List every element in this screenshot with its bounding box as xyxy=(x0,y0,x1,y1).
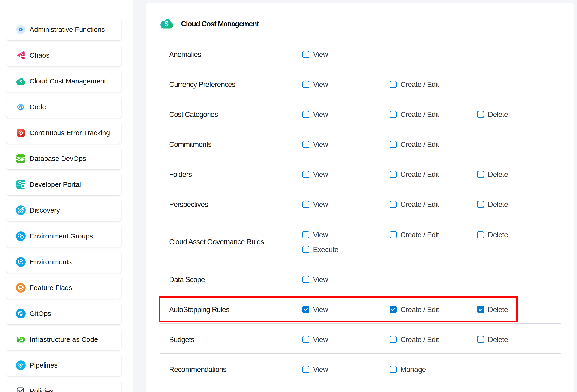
svg-text:$: $ xyxy=(20,79,22,85)
svg-text:$: $ xyxy=(165,20,169,28)
